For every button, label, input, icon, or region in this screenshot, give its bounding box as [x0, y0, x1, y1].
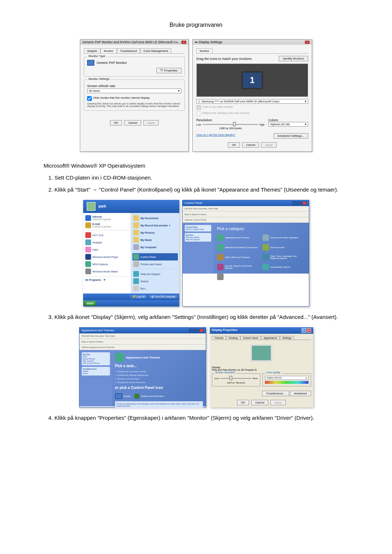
start-footer: 🔑 Log Off ⏻ Turn Off Computer — [83, 294, 179, 300]
tab-screensaver[interactable]: Screen Saver — [240, 336, 261, 340]
start-my-documents[interactable]: My Documents — [132, 214, 178, 222]
tab-monitor[interactable]: Monitor — [101, 48, 117, 53]
cat-appearance[interactable]: Appearance and Themes — [217, 234, 260, 241]
task-resolution[interactable]: Change the screen resolution — [115, 381, 203, 383]
cat-sounds[interactable]: Sounds, Speech, and Audio Devices — [217, 264, 260, 270]
start-item-paint[interactable]: Paint — [85, 246, 130, 253]
ok-button[interactable]: OK — [110, 120, 122, 126]
start-item-email[interactable]: E-mailOutlook Express — [85, 222, 130, 229]
cat-printers[interactable]: Printers and Other Hardware — [262, 234, 305, 241]
switch-classic-link[interactable]: Switch to Classic View — [186, 228, 204, 230]
start-item-wmp[interactable]: Windows Media Player — [85, 253, 130, 260]
cancel-button[interactable]: Cancel — [242, 142, 259, 148]
advanced-button[interactable]: Advanced — [290, 391, 311, 396]
appearance-toolbar[interactable]: Back ▸ Search Folders — [79, 339, 206, 345]
cp-icon-display[interactable]: Display — [115, 393, 131, 399]
close-icon[interactable] — [302, 201, 307, 205]
see-also-help[interactable]: Help and Support — [186, 238, 200, 241]
extend-desktop-checkbox — [196, 111, 201, 116]
tab-appearance[interactable]: Appearance — [261, 336, 280, 340]
task-screensaver[interactable]: Choose a screen saver — [115, 377, 203, 380]
cat-datetime[interactable]: Date, Time, Language, and Regional Optio… — [262, 254, 305, 260]
task-theme[interactable]: Change the computer's theme — [115, 370, 203, 373]
quality-label: Color quality — [265, 371, 281, 374]
start-printers[interactable]: Printers and Faxes — [132, 260, 178, 268]
minimize-icon[interactable] — [292, 201, 297, 205]
troubleshoot-button[interactable]: Troubleshoot... — [262, 391, 289, 396]
dialog1-buttons: OK Cancel Apply — [84, 120, 185, 126]
monitor-preview[interactable]: 1 — [241, 71, 263, 89]
start-item-msn[interactable]: MSN Explorer — [85, 260, 130, 268]
colors-select[interactable]: Highest (32 bit)▾ — [268, 122, 308, 127]
tab-desktop[interactable]: Desktop — [226, 336, 241, 340]
ok-button[interactable]: OK — [237, 400, 249, 405]
task-background[interactable]: Change the desktop background — [115, 374, 203, 376]
cpanel-address[interactable]: Address Control Panel — [183, 217, 309, 223]
help-icon[interactable]: ? — [302, 328, 306, 333]
cat-accessibility[interactable]: Accessibility Options — [262, 264, 305, 270]
resolution-slider[interactable] — [220, 378, 252, 379]
hide-modes-checkbox[interactable] — [87, 96, 92, 101]
cpanel-title-bar: Control Panel — [183, 200, 309, 206]
all-programs[interactable]: All Programs ▶ — [85, 278, 130, 282]
logoff-button[interactable]: 🔑 Log Off — [130, 295, 147, 299]
appearance-menubar[interactable]: File Edit View Favorites Tools Help — [79, 333, 206, 339]
start-run[interactable]: Run... — [132, 285, 178, 292]
minimize-icon[interactable] — [189, 329, 193, 332]
tab-themes[interactable]: Themes — [212, 336, 226, 340]
cpanel-toolbar[interactable]: Back ▸ Search Folders — [183, 212, 309, 217]
resolution-slider[interactable] — [203, 124, 258, 125]
tab-troubleshoot[interactable]: Troubleshoot — [117, 48, 140, 53]
close-icon[interactable]: × — [181, 41, 186, 44]
close-icon[interactable]: × — [305, 41, 310, 44]
maximize-icon[interactable] — [297, 201, 302, 205]
start-item-internet[interactable]: InternetInternet Explorer — [85, 214, 130, 222]
start-help[interactable]: Help and Support — [132, 270, 178, 278]
refresh-rate-label: Screen refresh rate: — [87, 84, 181, 88]
cat-addremove[interactable]: Add or Remove Programs — [217, 254, 260, 260]
maximize-icon[interactable] — [194, 329, 199, 332]
trouble-sound[interactable]: Sound — [83, 372, 88, 374]
taskbar: start — [83, 300, 179, 307]
start-search[interactable]: Search — [132, 278, 178, 285]
advanced-settings-button[interactable]: Advanced Settings... — [274, 133, 308, 139]
properties-button[interactable]: 🛡 Properties — [156, 68, 181, 73]
appearance-address[interactable]: Address Appearance and Themes — [79, 345, 206, 350]
start-item-movie[interactable]: Windows Movie Maker — [85, 268, 130, 275]
start-item-notepad[interactable]: Notepad — [85, 239, 130, 246]
apply-button[interactable]: Apply — [270, 400, 286, 405]
cancel-button[interactable]: Cancel — [124, 120, 141, 126]
side-userpic[interactable]: User Account Picture — [83, 362, 100, 364]
res-value: 1280 by 1024 pixels — [196, 127, 265, 130]
start-recent-docs[interactable]: My Recent Documents ▸ — [132, 222, 178, 229]
tab-monitor[interactable]: Monitor — [196, 48, 213, 53]
cpanel-menubar[interactable]: File Edit View Favorites Tools Help — [183, 206, 309, 212]
tab-settings[interactable]: Settings — [280, 336, 294, 340]
start-item-hgt[interactable]: HGT 10.0 — [85, 231, 130, 239]
cat-users[interactable]: User Accounts — [262, 244, 305, 251]
close-icon[interactable] — [199, 329, 204, 332]
cat-performance[interactable]: Performance and Maintenance — [217, 274, 260, 280]
start-my-computer[interactable]: My Computer — [132, 243, 178, 251]
ok-button[interactable]: OK — [228, 142, 240, 148]
start-button[interactable]: start — [84, 301, 97, 306]
monitor-select[interactable]: 1. Samsung **** on NVIDIA GeForce 6600 L… — [196, 99, 308, 104]
start-control-panel[interactable]: Control Panel — [132, 253, 178, 260]
close-icon[interactable]: × — [307, 328, 311, 333]
display-settings-dialog: ⬅ Display Settings × Monitor Drag the ic… — [192, 39, 312, 152]
best-display-link[interactable]: How do I get the best display? — [196, 133, 235, 139]
start-my-pictures[interactable]: My Pictures — [132, 229, 178, 236]
display-properties-dialog: Display Properties ? × Themes Desktop Sc… — [210, 327, 313, 407]
tab-adapter[interactable]: Adapter — [84, 48, 101, 53]
refresh-rate-select[interactable]: 60 Hertz▾ — [87, 89, 181, 93]
cat-network[interactable]: Network and Internet Connections — [217, 244, 260, 251]
apply-button[interactable]: Apply — [261, 142, 277, 148]
start-my-music[interactable]: My Music — [132, 236, 178, 243]
cp-icon-taskbar[interactable]: Taskbar and Start Menu — [134, 394, 164, 399]
turnoff-button[interactable]: ⏻ Turn Off Computer — [149, 295, 178, 299]
quality-select[interactable]: Highest (32 bit)▾ — [265, 376, 309, 380]
cancel-button[interactable]: Cancel — [251, 400, 268, 405]
identify-monitors-button[interactable]: Identify Monitors — [279, 56, 308, 61]
apply-button[interactable]: Apply — [143, 120, 159, 126]
tab-color-mgmt[interactable]: Color Management — [140, 48, 171, 53]
